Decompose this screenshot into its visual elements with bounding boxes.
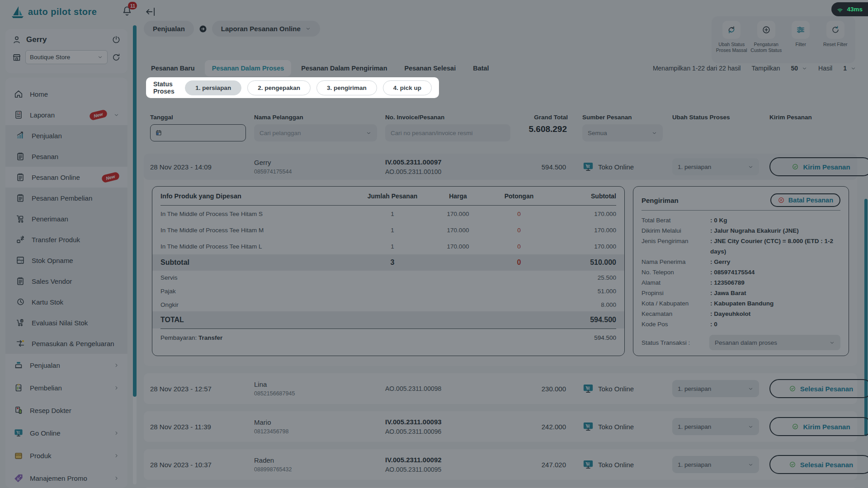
- chip-pengepakan[interactable]: 2. pengepakan: [247, 80, 311, 95]
- chip-pengiriman[interactable]: 3. pengiriman: [316, 80, 377, 95]
- dim-overlay: [0, 0, 868, 488]
- status-proses-label: Status Proses: [153, 80, 177, 95]
- order-management-screen: auto pilot store 11 43ms Gerry Boutique …: [0, 0, 868, 488]
- latency-value: 43ms: [847, 6, 863, 13]
- chip-persiapan[interactable]: 1. persiapan: [185, 80, 241, 95]
- wifi-icon: [836, 6, 844, 13]
- chip-pick-up[interactable]: 4. pick up: [383, 80, 432, 95]
- status-proses-filter-bar: Status Proses 1. persiapan 2. pengepakan…: [146, 77, 439, 98]
- latency-badge: 43ms: [831, 2, 868, 16]
